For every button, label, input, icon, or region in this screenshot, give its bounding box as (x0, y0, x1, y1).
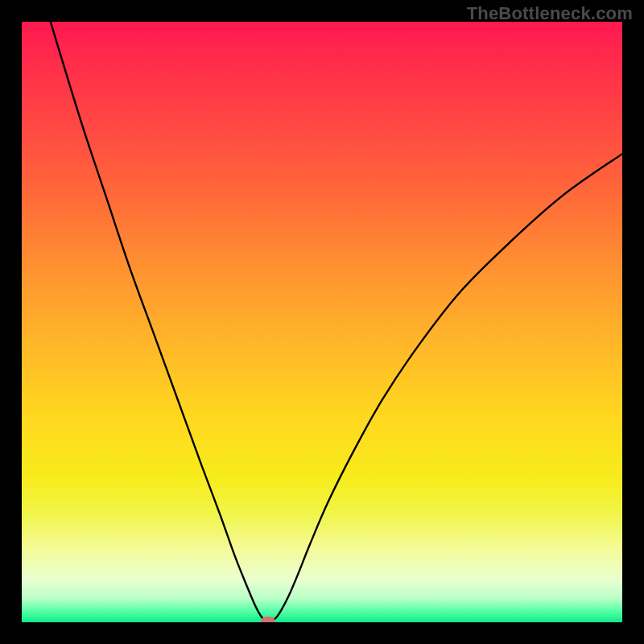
curve-svg (22, 22, 622, 622)
optimum-marker (261, 617, 275, 623)
bottleneck-curve (22, 22, 622, 621)
chart-frame: TheBottleneck.com (0, 0, 644, 644)
plot-area (22, 22, 622, 622)
watermark-text: TheBottleneck.com (467, 3, 633, 24)
